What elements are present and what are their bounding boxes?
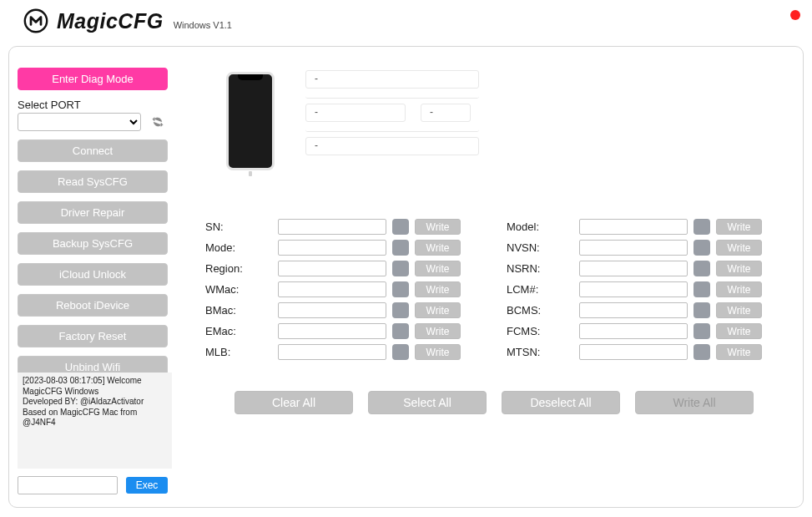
- field-write-button[interactable]: Write: [415, 344, 461, 360]
- field-input[interactable]: [579, 302, 688, 318]
- field-toggle[interactable]: [693, 219, 710, 235]
- field-write-button[interactable]: Write: [415, 240, 461, 256]
- field-label: BCMS:: [507, 304, 573, 317]
- field-input[interactable]: [579, 344, 688, 360]
- field-write-button[interactable]: Write: [716, 344, 762, 360]
- clear-all-button[interactable]: Clear All: [235, 391, 353, 414]
- deselect-all-button[interactable]: Deselect All: [502, 391, 620, 414]
- exec-input[interactable]: [18, 476, 118, 494]
- field-row: EMac:Write: [205, 322, 461, 340]
- field-write-button[interactable]: Write: [415, 261, 461, 276]
- field-toggle[interactable]: [693, 240, 710, 256]
- field-write-button[interactable]: Write: [415, 281, 461, 297]
- field-write-button[interactable]: Write: [716, 323, 762, 339]
- backup-syscfg-button[interactable]: Backup SysCFG: [18, 232, 168, 255]
- field-toggle[interactable]: [392, 302, 409, 318]
- device-preview: [226, 72, 275, 170]
- info-line-1: -: [305, 70, 479, 89]
- field-input[interactable]: [278, 344, 386, 360]
- info-line-3a: -: [305, 104, 406, 122]
- field-write-button[interactable]: Write: [415, 323, 461, 339]
- field-row: Region:Write: [205, 260, 461, 277]
- field-input[interactable]: [579, 281, 688, 297]
- field-row: BCMS:Write: [507, 302, 762, 319]
- exec-button[interactable]: Exec: [126, 477, 168, 494]
- field-write-button[interactable]: Write: [716, 261, 762, 276]
- field-write-button[interactable]: Write: [415, 302, 461, 318]
- field-toggle[interactable]: [392, 219, 409, 235]
- log-line: [2023-08-03 08:17:05] Welcome MagicCFG W…: [23, 376, 167, 397]
- field-input[interactable]: [579, 219, 688, 235]
- field-toggle[interactable]: [392, 261, 409, 276]
- field-row: NVSN:Write: [507, 239, 762, 256]
- field-col-left: SN:WriteMode:WriteRegion:WriteWMac:Write…: [205, 218, 461, 361]
- field-label: NSRN:: [507, 262, 573, 275]
- field-input[interactable]: [278, 302, 386, 318]
- field-row: NSRN:Write: [507, 260, 762, 277]
- field-grid: SN:WriteMode:WriteRegion:WriteWMac:Write…: [205, 218, 762, 361]
- field-label: BMac:: [205, 304, 272, 317]
- field-label: Region:: [205, 262, 272, 275]
- field-write-button[interactable]: Write: [716, 302, 762, 318]
- field-col-right: Model:WriteNVSN:WriteNSRN:WriteLCM#:Writ…: [507, 218, 762, 361]
- enter-diag-mode-button[interactable]: Enter Diag Mode: [18, 68, 168, 90]
- field-input[interactable]: [278, 281, 386, 297]
- log-line: Developed BY: @iAldazActivator Based on …: [23, 397, 167, 428]
- field-toggle[interactable]: [693, 261, 710, 276]
- field-toggle[interactable]: [392, 240, 409, 256]
- field-write-button[interactable]: Write: [716, 281, 762, 297]
- read-syscfg-button[interactable]: Read SysCFG: [18, 170, 168, 193]
- field-label: SN:: [205, 220, 272, 233]
- field-row: Model:Write: [507, 218, 762, 236]
- field-input[interactable]: [579, 323, 688, 339]
- field-input[interactable]: [278, 323, 386, 339]
- field-input[interactable]: [579, 261, 688, 276]
- device-info-panel: - - - -: [305, 70, 479, 160]
- driver-repair-button[interactable]: Driver Repair: [18, 201, 168, 224]
- field-input[interactable]: [278, 219, 386, 235]
- field-toggle[interactable]: [693, 344, 710, 360]
- field-label: LCM#:: [507, 283, 573, 296]
- field-row: MTSN:Write: [507, 343, 762, 361]
- field-label: FCMS:: [507, 325, 573, 337]
- field-toggle[interactable]: [392, 323, 409, 339]
- field-write-button[interactable]: Write: [716, 240, 762, 256]
- titlebar: MagicCFG Windows V1.1: [0, 0, 812, 42]
- field-write-button[interactable]: Write: [415, 219, 461, 235]
- exec-row: Exec: [18, 476, 168, 494]
- main-panel: Enter Diag Mode Select PORT Connect Read…: [8, 46, 804, 508]
- port-label: Select PORT: [18, 99, 184, 111]
- field-toggle[interactable]: [693, 281, 710, 297]
- port-select[interactable]: [18, 113, 141, 131]
- info-line-3b: -: [421, 104, 471, 122]
- log-box: [2023-08-03 08:17:05] Welcome MagicCFG W…: [18, 373, 172, 469]
- field-label: Model:: [507, 220, 573, 233]
- connect-button[interactable]: Connect: [18, 139, 168, 162]
- field-toggle[interactable]: [392, 281, 409, 297]
- field-toggle[interactable]: [693, 323, 710, 339]
- field-row: SN:Write: [205, 218, 461, 236]
- info-divider: [305, 94, 479, 99]
- select-all-button[interactable]: Select All: [368, 391, 487, 414]
- field-row: LCM#:Write: [507, 281, 762, 298]
- field-label: NVSN:: [507, 241, 573, 254]
- write-all-button[interactable]: Write All: [635, 391, 754, 414]
- field-input[interactable]: [278, 240, 386, 256]
- app-logo-icon: [23, 8, 48, 33]
- info-divider: [305, 127, 479, 132]
- field-write-button[interactable]: Write: [716, 219, 762, 235]
- refresh-port-button[interactable]: [149, 114, 166, 130]
- field-input[interactable]: [579, 240, 688, 256]
- field-label: Mode:: [205, 241, 272, 254]
- icloud-unlock-button[interactable]: iCloud Unlock: [18, 263, 168, 286]
- field-label: MLB:: [205, 346, 272, 358]
- field-row: BMac:Write: [205, 302, 461, 319]
- field-toggle[interactable]: [693, 302, 710, 318]
- reboot-idevice-button[interactable]: Reboot iDevice: [18, 294, 168, 317]
- factory-reset-button[interactable]: Factory Reset: [18, 325, 168, 347]
- field-toggle[interactable]: [392, 344, 409, 360]
- field-label: EMac:: [205, 325, 272, 337]
- app-title: MagicCFG: [57, 9, 164, 33]
- phone-icon: [226, 72, 275, 170]
- field-input[interactable]: [278, 261, 386, 276]
